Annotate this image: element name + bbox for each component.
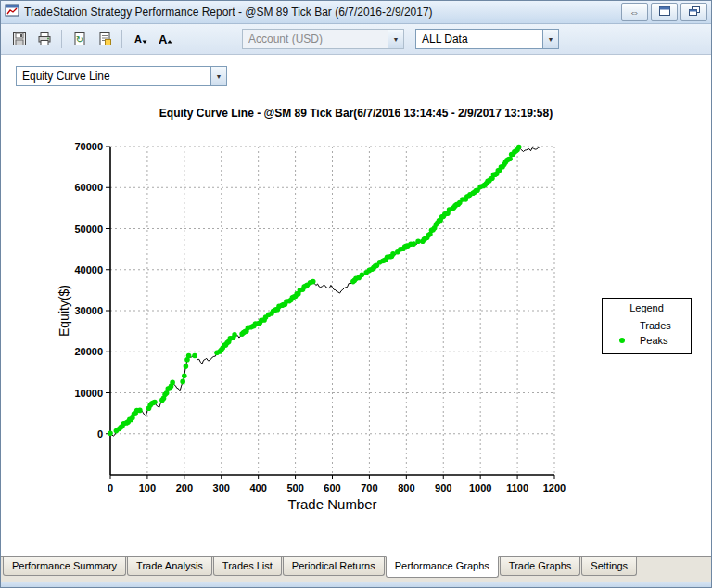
svg-text:700: 700	[361, 482, 377, 493]
svg-text:500: 500	[286, 482, 303, 493]
legend-item-label: Peaks	[640, 335, 668, 346]
y-axis-label: Equity($)	[57, 255, 71, 366]
svg-text:↻: ↻	[75, 34, 83, 45]
window-frame-bottom	[1, 582, 711, 587]
peak-dot	[170, 380, 175, 386]
save-icon	[12, 32, 27, 46]
peak-dot	[390, 251, 396, 257]
peak-dot	[152, 400, 158, 405]
svg-text:600: 600	[324, 482, 340, 493]
peak-dot	[192, 353, 197, 359]
chart-title: Equity Curve Line - @SM 89 Tick Bar(6/7/…	[1, 107, 711, 120]
peak-dot	[311, 279, 316, 285]
report-properties-button[interactable]	[92, 27, 117, 52]
font-decrease-icon: A	[133, 32, 147, 46]
account-combo: Account (USD) ▼	[242, 29, 404, 49]
refresh-icon: ↻	[72, 32, 87, 46]
legend-item-label: Trades	[640, 320, 671, 331]
peak-dot	[360, 273, 365, 278]
x-axis-label: Trade Number	[110, 496, 554, 512]
svg-text:A: A	[134, 33, 142, 45]
resize-horizontal-button[interactable]: ⇔	[621, 3, 648, 21]
svg-text:200: 200	[176, 482, 193, 493]
font-increase-icon: A	[158, 32, 172, 46]
maximize-button[interactable]	[651, 3, 678, 21]
svg-text:20000: 20000	[74, 346, 103, 357]
legend-item-trades: Trades	[603, 318, 691, 333]
peak-dot	[108, 430, 113, 436]
peak-dot	[184, 364, 189, 369]
svg-text:0: 0	[97, 428, 103, 440]
trades-line-swatch	[609, 326, 635, 326]
tab-periodical-returns[interactable]: Periodical Returns	[283, 557, 385, 576]
peaks-swatch	[619, 338, 625, 343]
titlebar[interactable]: TradeStation Strategy Performance Report…	[1, 1, 711, 24]
tab-performance-summary[interactable]: Performance Summary	[3, 557, 126, 576]
report-properties-icon	[97, 32, 112, 46]
refresh-button[interactable]: ↻	[67, 27, 92, 52]
app-icon	[5, 3, 19, 21]
save-button[interactable]	[6, 27, 32, 52]
restore-window-icon	[689, 6, 700, 18]
print-button[interactable]	[32, 27, 57, 52]
chevron-down-icon: ▼	[388, 30, 403, 48]
svg-text:1100: 1100	[506, 482, 528, 493]
svg-text:30000: 30000	[74, 305, 103, 316]
svg-text:300: 300	[213, 482, 230, 493]
report-tabbar: Performance Summary Trade Analysis Trade…	[1, 556, 711, 582]
restore-window-button[interactable]	[680, 3, 707, 21]
chart-legend: Legend Trades Peaks	[602, 298, 692, 354]
tab-trades-list[interactable]: Trades List	[213, 557, 282, 576]
peak-dot	[415, 239, 421, 245]
tradestation-report-window: TradeStation Strategy Performance Report…	[0, 0, 712, 588]
tab-performance-graphs[interactable]: Performance Graphs	[386, 556, 499, 578]
svg-text:0: 0	[108, 482, 113, 493]
svg-text:1200: 1200	[543, 482, 566, 493]
chevron-down-icon: ▼	[210, 67, 226, 85]
print-icon	[37, 32, 52, 46]
tab-settings[interactable]: Settings	[581, 557, 637, 576]
peak-dot	[412, 241, 417, 247]
peak-dot	[180, 379, 185, 385]
tab-trade-analysis[interactable]: Trade Analysis	[127, 557, 212, 576]
line-sample-icon	[611, 326, 633, 326]
chevron-down-icon: ▼	[542, 30, 558, 48]
svg-text:60000: 60000	[74, 182, 103, 193]
tab-trade-graphs[interactable]: Trade Graphs	[500, 557, 580, 576]
graph-type-combo-value: Equity Curve Line	[17, 70, 210, 83]
svg-text:10000: 10000	[74, 388, 103, 399]
svg-text:400: 400	[249, 482, 266, 493]
data-range-combo-value: ALL Data	[416, 32, 542, 45]
svg-text:100: 100	[139, 482, 156, 493]
data-range-combo[interactable]: ALL Data ▼	[415, 29, 559, 49]
peaks-dot-swatch-wrap	[609, 338, 635, 343]
toolbar-separator	[61, 30, 62, 48]
peak-dot	[232, 332, 237, 338]
graph-type-combo[interactable]: Equity Curve Line ▼	[16, 66, 227, 86]
maximize-icon	[659, 6, 670, 18]
svg-text:40000: 40000	[74, 264, 103, 275]
toolbar: ↻ A A Account (USD) ▼ ALL Data ▼	[1, 24, 711, 55]
svg-text:800: 800	[398, 482, 414, 493]
toolbar-separator	[121, 30, 122, 48]
legend-item-peaks: Peaks	[603, 333, 691, 348]
account-combo-value: Account (USD)	[243, 32, 388, 45]
svg-text:50000: 50000	[74, 224, 103, 235]
svg-text:70000: 70000	[74, 141, 103, 152]
report-content: Equity Curve Line ▼ Equity Curve Line - …	[1, 55, 711, 556]
peak-dot	[516, 145, 522, 150]
peak-dot	[137, 408, 143, 414]
svg-text:900: 900	[435, 482, 451, 493]
peak-dot	[186, 353, 192, 359]
peak-dot	[182, 374, 187, 379]
legend-title: Legend	[603, 302, 691, 313]
svg-text:A: A	[159, 32, 168, 46]
resize-horizontal-icon: ⇔	[629, 6, 640, 18]
window-title: TradeStation Strategy Performance Report…	[24, 6, 618, 19]
font-decrease-button[interactable]: A	[127, 27, 152, 52]
svg-text:1000: 1000	[469, 482, 491, 493]
font-increase-button[interactable]: A	[152, 27, 177, 52]
